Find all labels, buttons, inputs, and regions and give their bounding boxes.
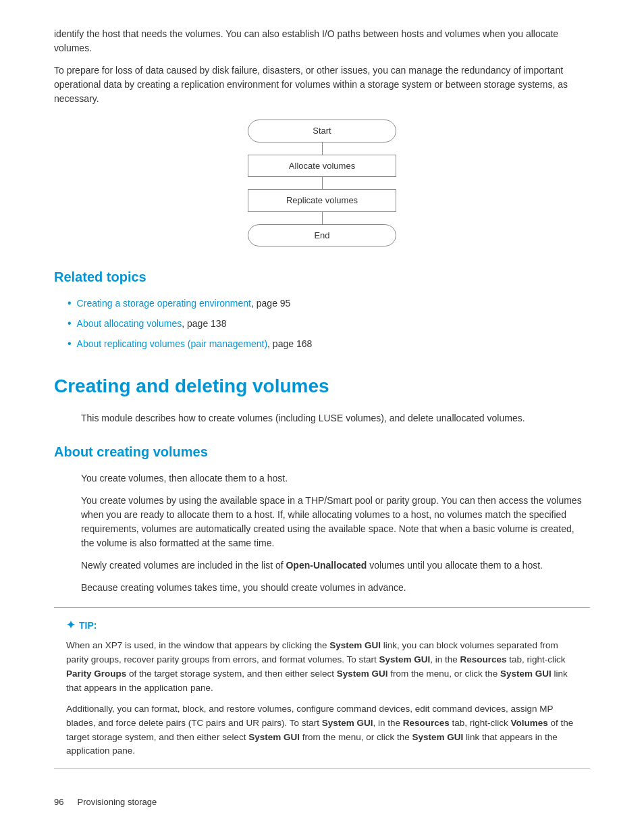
- flow-arrow-3: [322, 212, 323, 224]
- related-link-2[interactable]: About allocating volumes: [77, 317, 182, 331]
- page: identify the host that needs the volumes…: [0, 0, 644, 834]
- tip-p1-bold4: Parity Groups: [66, 669, 126, 679]
- tip-p1-bold2: System GUI: [379, 654, 430, 664]
- tip-p2-bold2: Resources: [403, 718, 450, 728]
- tip-p2-bold4: System GUI: [248, 732, 300, 742]
- tip-p1-prefix: When an XP7 is used, in the window that …: [66, 640, 329, 650]
- flow-arrow-2: [322, 177, 323, 189]
- related-link-3[interactable]: About replicating volumes (pair manageme…: [77, 337, 267, 351]
- tip-box: ✦ TIP: When an XP7 is used, in the windo…: [54, 607, 590, 768]
- tip-body: When an XP7 is used, in the window that …: [66, 639, 578, 758]
- tip-para1: When an XP7 is used, in the window that …: [66, 639, 578, 696]
- tip-label-text: TIP:: [79, 619, 97, 633]
- tip-p2-mid1: , in the: [373, 718, 402, 728]
- tip-para2: Additionally, you can format, block, and…: [66, 702, 578, 759]
- tip-p2-bold3: Volumes: [511, 718, 548, 728]
- related-topics-heading: Related topics: [54, 267, 590, 287]
- list-item: About replicating volumes (pair manageme…: [68, 336, 590, 352]
- intro-section: identify the host that needs the volumes…: [54, 27, 590, 106]
- flowchart: Start Allocate volumes Replicate volumes…: [241, 120, 403, 246]
- about-para3-bold: Open-Unallocated: [286, 560, 367, 571]
- flow-arrow-1: [322, 142, 323, 155]
- about-para3-suffix: volumes until you allocate them to a hos…: [367, 560, 543, 571]
- footer-text: Provisioning storage: [77, 796, 157, 809]
- tip-p2-mid4: from the menu, or click the: [300, 732, 412, 742]
- tip-p1-bold5: System GUI: [337, 669, 388, 679]
- tip-p2-mid2: tab, right-click: [450, 718, 511, 728]
- flow-end: End: [248, 224, 396, 247]
- about-para3-prefix: Newly created volumes are included in th…: [81, 560, 286, 571]
- tip-p2-bold5: System GUI: [412, 732, 464, 742]
- intro-para2: To prepare for loss of data caused by di…: [54, 63, 590, 106]
- tip-icon: ✦: [66, 617, 75, 633]
- flow-start: Start: [248, 120, 396, 142]
- chapter-heading: Creating and deleting volumes: [54, 372, 590, 400]
- tip-p1-mid4: of the target storage system, and then e…: [126, 669, 336, 679]
- about-para4: Because creating volumes takes time, you…: [81, 581, 590, 595]
- list-item: Creating a storage operating environment…: [68, 295, 590, 311]
- chapter-intro: This module describes how to create volu…: [81, 411, 590, 425]
- page-footer: 96 Provisioning storage: [54, 796, 590, 809]
- tip-p1-bold6: System GUI: [500, 669, 552, 679]
- tip-p1-bold1: System GUI: [329, 640, 381, 650]
- about-creating-heading: About creating volumes: [54, 442, 590, 462]
- related-topics-list: Creating a storage operating environment…: [54, 295, 590, 352]
- tip-p1-mid5: from the menu, or click the: [388, 669, 501, 679]
- related-link-1[interactable]: Creating a storage operating environment: [77, 296, 251, 311]
- intro-para1: identify the host that needs the volumes…: [54, 27, 590, 55]
- page-number: 96: [54, 796, 63, 809]
- related-link-3-suffix: , page 168: [267, 337, 312, 351]
- tip-p1-mid2: , in the: [430, 654, 460, 664]
- related-link-1-suffix: , page 95: [251, 296, 290, 311]
- list-item: About allocating volumes , page 138: [68, 315, 590, 332]
- about-para2: You create volumes by using the availabl…: [81, 494, 590, 550]
- related-link-2-suffix: , page 138: [182, 317, 226, 331]
- tip-label: ✦ TIP:: [66, 617, 578, 633]
- about-creating-body: You create volumes, then allocate them t…: [81, 471, 590, 595]
- tip-p1-mid3: tab, right-click: [507, 654, 566, 664]
- about-para1: You create volumes, then allocate them t…: [81, 471, 590, 486]
- about-para3: Newly created volumes are included in th…: [81, 558, 590, 573]
- flow-allocate: Allocate volumes: [248, 155, 396, 178]
- tip-p1-bold3: Resources: [460, 654, 507, 664]
- flow-replicate: Replicate volumes: [248, 189, 396, 212]
- tip-p2-bold1: System GUI: [322, 718, 373, 728]
